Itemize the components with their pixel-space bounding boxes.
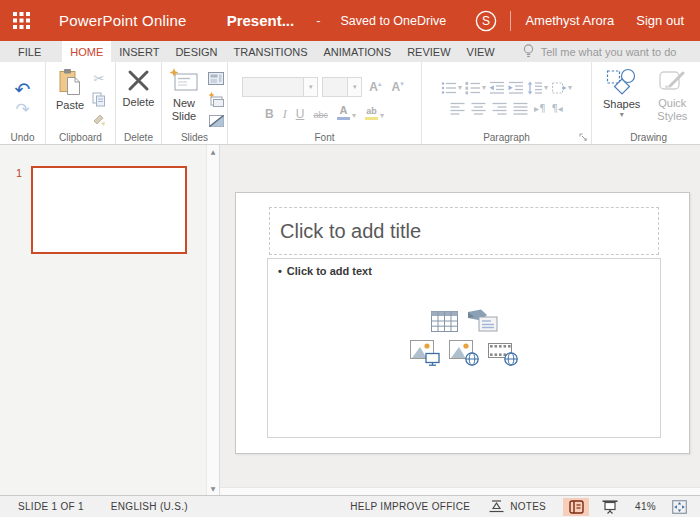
increase-indent-icon [508, 81, 524, 95]
slides-group: New Slide [162, 62, 228, 144]
app-launcher-icon[interactable] [13, 12, 30, 29]
tell-me-label: Tell me what you want to do [541, 46, 677, 58]
skype-icon[interactable]: S [475, 10, 497, 32]
hide-slide-icon [209, 115, 224, 127]
clipboard-minibuttons: ✂ [90, 68, 108, 129]
grow-font-button: A▴ [366, 80, 384, 94]
new-slide-icon [169, 68, 199, 94]
text-direction-icon [551, 81, 567, 95]
user-name[interactable]: Amethyst Arora [525, 13, 614, 28]
slide-editor[interactable]: Click to add title •Click to add text [235, 192, 690, 454]
delete-label: Delete [123, 96, 155, 109]
slideshow-view-button[interactable] [597, 498, 623, 516]
scroll-down-icon[interactable]: ▼ [207, 485, 219, 492]
notes-icon [489, 500, 504, 513]
ribbon-tab-bar: FILE HOME INSERT DESIGN TRANSITIONS ANIM… [0, 41, 700, 62]
duplicate-slide-icon [208, 92, 224, 107]
decrease-indent-icon [489, 81, 505, 95]
content-placeholder[interactable]: •Click to add text [267, 258, 661, 438]
format-painter-icon [93, 114, 106, 127]
chevron-down-icon: ▾ [380, 112, 384, 120]
numbering-button: ▾ [465, 81, 486, 95]
editing-view-button[interactable] [563, 498, 589, 516]
scroll-up-icon[interactable]: ▲ [207, 148, 219, 155]
bold-icon: B [265, 108, 274, 120]
slide-thumbnail[interactable] [31, 166, 187, 254]
editing-canvas: Click to add title •Click to add text [220, 145, 700, 495]
left-to-right-icon: ▸¶ [534, 104, 545, 114]
chevron-down-icon: ▾ [347, 78, 361, 96]
slideshow-icon [602, 500, 618, 514]
tab-file[interactable]: FILE [10, 41, 49, 62]
copy-icon [92, 92, 106, 107]
paste-button[interactable]: Paste [53, 68, 87, 129]
tab-design[interactable]: DESIGN [167, 41, 225, 62]
delete-group-label: Delete [116, 132, 161, 143]
quick-styles-button: Quick Styles [651, 68, 693, 129]
notes-toggle[interactable]: NOTES [489, 500, 546, 513]
decrease-indent-button [489, 81, 505, 95]
italic-button: I [283, 108, 287, 120]
language-indicator[interactable]: ENGLISH (U.S.) [111, 501, 188, 512]
right-to-left-icon: ¶◂ [552, 104, 563, 114]
layout-icon [208, 72, 224, 85]
shapes-button[interactable]: Shapes ▾ [600, 68, 643, 129]
insert-picture-icon[interactable] [410, 340, 440, 366]
insert-online-video-icon[interactable] [488, 340, 518, 366]
paragraph-group: ▾ ▾ [422, 62, 592, 144]
slide-count: SLIDE 1 OF 1 [18, 501, 84, 512]
bullets-button: ▾ [441, 81, 462, 95]
slides-group-label: Slides [162, 132, 227, 143]
thumbnail-scrollbar[interactable]: ▲ ▼ [206, 145, 220, 495]
delete-icon [126, 68, 151, 93]
duplicate-slide-button[interactable] [207, 91, 225, 108]
quick-styles-label: Quick Styles [654, 97, 690, 122]
tab-review[interactable]: REVIEW [399, 41, 458, 62]
strikethrough-button: abc [313, 111, 328, 120]
tab-view[interactable]: VIEW [459, 41, 503, 62]
save-status: Saved to OneDrive [341, 14, 447, 28]
format-painter-button [90, 112, 108, 129]
fit-to-window-button[interactable] [666, 498, 692, 516]
chevron-down-icon: ▾ [303, 78, 317, 96]
shrink-font-button: A▾ [389, 80, 407, 94]
title-placeholder[interactable]: Click to add title [269, 207, 659, 255]
content-insert-icons [268, 309, 660, 366]
insert-online-picture-icon[interactable] [449, 340, 479, 366]
tab-home[interactable]: HOME [62, 41, 111, 62]
copy-button [90, 91, 108, 108]
document-title[interactable]: Present... [227, 12, 295, 29]
tab-insert[interactable]: INSERT [111, 41, 167, 62]
undo-icon[interactable]: ↶ [15, 80, 31, 99]
increase-indent-button [508, 81, 524, 95]
layout-button[interactable] [207, 70, 225, 87]
line-spacing-icon [527, 81, 543, 95]
clipboard-group-label: Clipboard [46, 132, 115, 143]
slide-number: 1 [16, 167, 22, 179]
insert-table-icon[interactable] [431, 311, 458, 332]
clipboard-group: Paste ✂ Clipboard [46, 62, 116, 144]
tell-me-box[interactable]: Tell me what you want to do [523, 41, 677, 62]
fit-to-window-icon [672, 500, 687, 514]
header-right: S Amethyst Arora Sign out [475, 10, 684, 32]
insert-smartart-icon[interactable] [467, 309, 498, 333]
title-placeholder-text: Click to add title [280, 220, 421, 243]
sign-out-link[interactable]: Sign out [636, 13, 684, 28]
zoom-level[interactable]: 41% [635, 501, 656, 512]
hide-slide-button[interactable] [207, 112, 225, 129]
svg-text:S: S [482, 14, 490, 28]
cut-icon: ✂ [94, 71, 105, 86]
new-slide-button[interactable]: New Slide [164, 68, 204, 129]
tab-transitions[interactable]: TRANSITIONS [226, 41, 316, 62]
help-improve-office-link[interactable]: HELP IMPROVE OFFICE [350, 501, 470, 512]
tab-animations[interactable]: ANIMATIONS [316, 41, 400, 62]
highlight-icon: ab [365, 107, 378, 120]
underline-icon: U [296, 108, 305, 120]
title-separator: - [316, 13, 320, 28]
slides-minibuttons [207, 68, 225, 129]
ribbon: ↶ ↷ Undo Paste ✂ [0, 62, 700, 145]
canvas-horizontal-scrollbar[interactable] [220, 487, 700, 495]
bold-button: B [265, 108, 274, 120]
delete-button[interactable]: Delete [120, 68, 158, 129]
new-slide-label: New Slide [167, 97, 201, 122]
